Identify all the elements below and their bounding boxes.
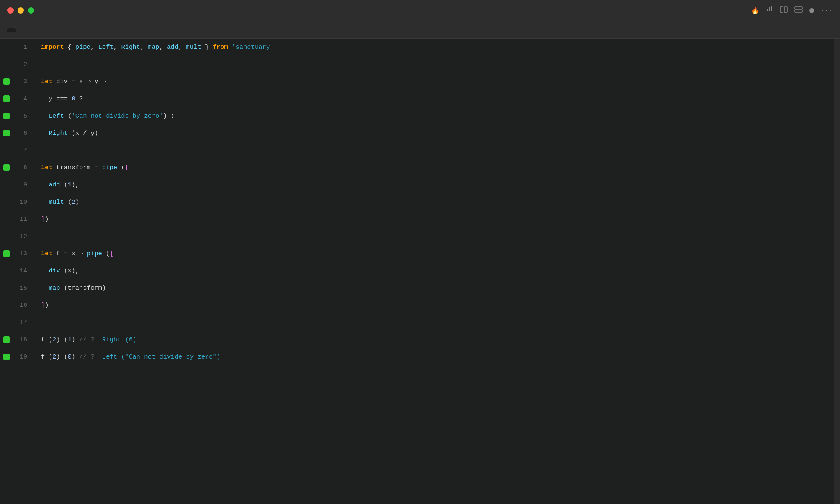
token-punct: , [159, 39, 167, 56]
line-number: 4 [11, 95, 27, 102]
line-number: 2 [11, 61, 27, 68]
gutter-row: 9 [0, 176, 33, 193]
breakpoint-indicator[interactable] [3, 95, 10, 102]
gutter-row: 15 [0, 279, 33, 297]
token-identifier: ) [71, 331, 79, 348]
gutter-row: 6 [0, 125, 33, 142]
breakpoint-indicator[interactable] [3, 302, 10, 309]
code-line: Right (x / y) [41, 125, 834, 142]
code-line: mult (2) [41, 193, 834, 211]
token-number: 1 [68, 331, 71, 348]
token-fn-name: map [148, 39, 160, 56]
token-kw: import [41, 39, 64, 56]
line-number: 14 [11, 268, 27, 275]
token-identifier: y [41, 90, 56, 107]
code-line: let f = x ⇒ pipe ([ [41, 245, 834, 262]
line-number: 3 [11, 78, 27, 85]
breakpoint-indicator[interactable] [3, 182, 10, 188]
line-number: 13 [11, 250, 27, 257]
token-punct [41, 125, 49, 142]
svg-rect-6 [795, 10, 802, 12]
token-kw: let [41, 73, 52, 90]
breakpoint-indicator[interactable] [3, 354, 10, 360]
token-punct: ) [45, 297, 48, 314]
gutter-row: 11 [0, 211, 33, 228]
token-fn-name: add [167, 39, 178, 56]
token-identifier: f ( [41, 348, 52, 366]
line-number: 9 [11, 182, 27, 188]
gutter-row: 8 [0, 159, 33, 176]
breakpoint-indicator[interactable] [3, 164, 10, 171]
token-bracket: [ [110, 245, 114, 262]
token-punct [41, 107, 49, 125]
token-identifier: ) ( [56, 348, 68, 366]
line-number: 10 [11, 199, 27, 206]
token-identifier: f ( [41, 331, 52, 348]
breakpoint-indicator[interactable] [3, 44, 10, 50]
breakpoint-indicator[interactable] [3, 250, 10, 257]
breakpoint-indicator[interactable] [3, 285, 10, 291]
token-fn-name: map [49, 279, 60, 297]
gutter-row: 17 [0, 314, 33, 331]
scrollbar[interactable] [834, 39, 840, 504]
token-fn-name: pipe [75, 39, 91, 56]
tabbar [0, 21, 840, 39]
token-number: 1 [68, 176, 71, 193]
line-number: 16 [11, 302, 27, 309]
tab-untitled[interactable] [7, 28, 16, 32]
token-number: 2 [52, 331, 56, 348]
token-punct: { [64, 39, 75, 56]
close-button[interactable] [7, 7, 14, 14]
split-vertical-icon[interactable] [794, 6, 803, 15]
token-punct [228, 39, 232, 56]
token-kw: let [41, 245, 52, 262]
code-line [41, 56, 834, 73]
breakpoint-indicator[interactable] [3, 78, 10, 85]
gutter-row: 2 [0, 56, 33, 73]
split-horizontal-icon[interactable] [780, 6, 788, 15]
code-line: ]) [41, 211, 834, 228]
breakpoint-indicator[interactable] [3, 233, 10, 240]
maximize-button[interactable] [28, 7, 34, 14]
code-line: map (transform) [41, 279, 834, 297]
token-arrow: ⇒ [102, 73, 106, 90]
breakpoint-indicator[interactable] [3, 319, 10, 326]
line-number: 11 [11, 216, 27, 223]
broadcast-icon[interactable] [766, 6, 773, 15]
token-bracket: ] [41, 297, 45, 314]
flame-icon[interactable]: 🔥 [751, 7, 759, 15]
token-string: 'sanctuary' [232, 39, 274, 56]
breakpoint-indicator[interactable] [3, 113, 10, 119]
more-options-icon[interactable]: ··· [821, 7, 833, 14]
token-identifier: y [91, 73, 102, 90]
line-number: 19 [11, 354, 27, 361]
code-line: Left ('Can not divide by zero') : [41, 107, 834, 125]
token-punct: === [56, 90, 68, 107]
token-fn-name: div [49, 262, 60, 279]
token-left-right: Right [49, 125, 68, 142]
token-punct: ? [75, 90, 83, 107]
breakpoint-indicator[interactable] [3, 130, 10, 136]
minimize-button[interactable] [18, 7, 24, 14]
code-area: import { pipe, Left, Right, map, add, mu… [33, 39, 834, 504]
code-line [41, 228, 834, 245]
code-line: f (2) (0) // ? Left ("Can not divide by … [41, 348, 834, 366]
token-left-right: Left [49, 107, 64, 125]
gutter-row: 14 [0, 262, 33, 279]
token-punct [68, 90, 71, 107]
breakpoint-indicator[interactable] [3, 147, 10, 154]
editor: 12345678910111213141516171819 import { p… [0, 39, 840, 504]
svg-rect-4 [784, 7, 788, 12]
token-arrow: ⇒ [79, 245, 83, 262]
token-punct [41, 279, 49, 297]
breakpoint-indicator[interactable] [3, 199, 10, 205]
breakpoint-indicator[interactable] [3, 61, 10, 68]
token-punct: ) : [163, 107, 175, 125]
token-comment: // ? [79, 331, 102, 348]
breakpoint-indicator[interactable] [3, 268, 10, 274]
gutter-row: 18 [0, 331, 33, 348]
token-punct [41, 193, 49, 211]
breakpoint-indicator[interactable] [3, 336, 10, 343]
token-string: 'Can not divide by zero' [71, 107, 163, 125]
breakpoint-indicator[interactable] [3, 216, 10, 222]
